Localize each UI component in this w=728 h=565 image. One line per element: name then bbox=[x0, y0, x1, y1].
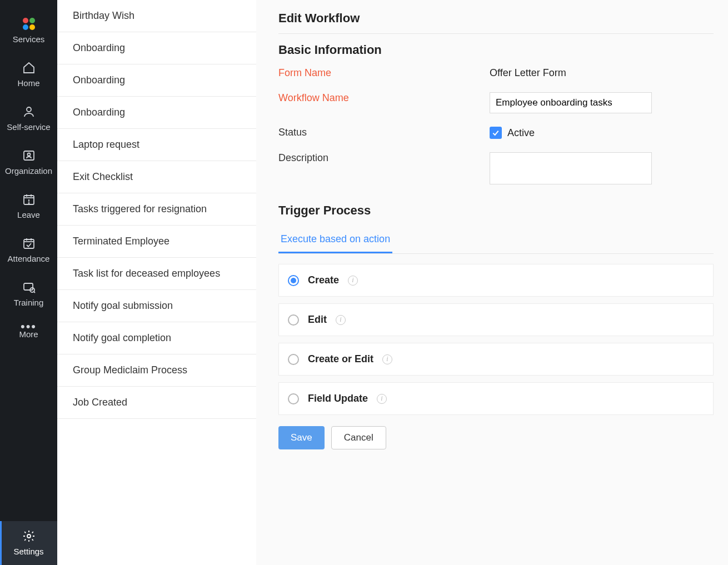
nav-label: More bbox=[19, 329, 38, 339]
nav-item-self-service[interactable]: Self-service bbox=[0, 97, 57, 141]
svg-point-2 bbox=[27, 153, 30, 156]
radio-icon[interactable] bbox=[288, 275, 299, 286]
info-icon[interactable]: i bbox=[336, 315, 346, 325]
info-icon[interactable]: i bbox=[348, 276, 358, 286]
form-name-label: Form Name bbox=[278, 67, 490, 79]
active-label: Active bbox=[507, 127, 535, 139]
services-logo-icon bbox=[22, 18, 36, 30]
workflow-item[interactable]: Group Mediclaim Process bbox=[57, 354, 256, 387]
workflow-item[interactable]: Task list for deceased employees bbox=[57, 258, 256, 290]
nav-item-organization[interactable]: Organization bbox=[0, 141, 57, 184]
nav-item-settings[interactable]: Settings bbox=[0, 521, 57, 565]
organization-icon bbox=[22, 148, 36, 163]
workflow-item[interactable]: Tasks triggered for resignation bbox=[57, 193, 256, 226]
workflow-item[interactable]: Job Created bbox=[57, 387, 256, 419]
workflow-item[interactable]: Notify goal submission bbox=[57, 290, 256, 322]
cancel-button[interactable]: Cancel bbox=[331, 426, 386, 449]
nav-label: Training bbox=[14, 298, 44, 307]
trigger-option[interactable]: Create or Editi bbox=[278, 343, 714, 376]
trigger-option-label: Create bbox=[308, 274, 339, 286]
workflow-item[interactable]: Notify goal completion bbox=[57, 322, 256, 354]
workflow-item[interactable]: Onboarding bbox=[57, 97, 256, 129]
nav-label: Settings bbox=[13, 547, 43, 556]
trigger-option-label: Edit bbox=[308, 314, 327, 326]
more-dots-icon: ••• bbox=[21, 324, 37, 329]
workflow-name-input[interactable] bbox=[490, 92, 652, 113]
nav-item-training[interactable]: Training bbox=[0, 272, 57, 316]
svg-point-8 bbox=[28, 203, 29, 203]
page-title: Edit Workflow bbox=[278, 0, 714, 34]
nav-item-more[interactable]: ••• More bbox=[0, 316, 57, 348]
main-content: Edit Workflow Basic Information Form Nam… bbox=[256, 0, 728, 565]
trigger-option[interactable]: Field Updatei bbox=[278, 382, 714, 415]
calendar-alert-icon bbox=[22, 192, 36, 207]
nav-item-leave[interactable]: Leave bbox=[0, 184, 57, 228]
home-icon bbox=[22, 61, 36, 75]
workflow-item[interactable]: Onboarding bbox=[57, 32, 256, 64]
form-name-value: Offer Letter Form bbox=[490, 67, 714, 79]
nav-label: Organization bbox=[5, 166, 52, 176]
nav-label: Self-service bbox=[7, 122, 50, 132]
svg-rect-13 bbox=[24, 283, 33, 290]
nav-item-services[interactable]: Services bbox=[0, 0, 57, 53]
workflow-item[interactable]: Exit Checklist bbox=[57, 161, 256, 193]
info-icon[interactable]: i bbox=[377, 394, 387, 404]
svg-point-16 bbox=[27, 534, 31, 538]
workflow-name-label: Workflow Name bbox=[278, 92, 490, 104]
radio-icon[interactable] bbox=[288, 354, 299, 365]
info-icon[interactable]: i bbox=[382, 354, 392, 364]
trigger-option-label: Create or Edit bbox=[308, 353, 373, 365]
nav-item-home[interactable]: Home bbox=[0, 53, 57, 97]
training-icon bbox=[22, 280, 36, 294]
svg-point-0 bbox=[27, 107, 31, 112]
workflow-item[interactable]: Onboarding bbox=[57, 64, 256, 97]
active-checkbox[interactable] bbox=[490, 127, 502, 139]
nav-label: Services bbox=[13, 34, 45, 44]
save-button[interactable]: Save bbox=[278, 426, 325, 449]
nav-label: Leave bbox=[17, 210, 40, 219]
person-icon bbox=[22, 104, 36, 119]
workflow-list[interactable]: Birthday WishOnboardingOnboardingOnboard… bbox=[57, 0, 256, 565]
svg-line-15 bbox=[33, 292, 35, 293]
radio-icon[interactable] bbox=[288, 393, 299, 404]
calendar-check-icon bbox=[22, 236, 36, 251]
nav-sidebar: Services Home Self-service Organization bbox=[0, 0, 57, 565]
radio-icon[interactable] bbox=[288, 314, 299, 326]
svg-rect-9 bbox=[24, 239, 34, 248]
nav-label: Attendance bbox=[8, 254, 50, 263]
gear-icon bbox=[22, 529, 36, 543]
workflow-item[interactable]: Terminated Employee bbox=[57, 226, 256, 258]
workflow-item[interactable]: Laptop request bbox=[57, 129, 256, 161]
trigger-option[interactable]: Createi bbox=[278, 264, 714, 297]
status-label: Status bbox=[278, 127, 490, 138]
workflow-item[interactable]: Birthday Wish bbox=[57, 0, 256, 32]
nav-item-attendance[interactable]: Attendance bbox=[0, 228, 57, 272]
description-textarea[interactable] bbox=[490, 152, 652, 184]
basic-info-heading: Basic Information bbox=[278, 43, 714, 57]
tab-execute-action[interactable]: Execute based on action bbox=[278, 228, 392, 253]
trigger-process-heading: Trigger Process bbox=[278, 203, 714, 218]
description-label: Description bbox=[278, 152, 490, 164]
nav-label: Home bbox=[17, 78, 39, 88]
trigger-option[interactable]: Editi bbox=[278, 303, 714, 336]
trigger-option-label: Field Update bbox=[308, 393, 368, 404]
